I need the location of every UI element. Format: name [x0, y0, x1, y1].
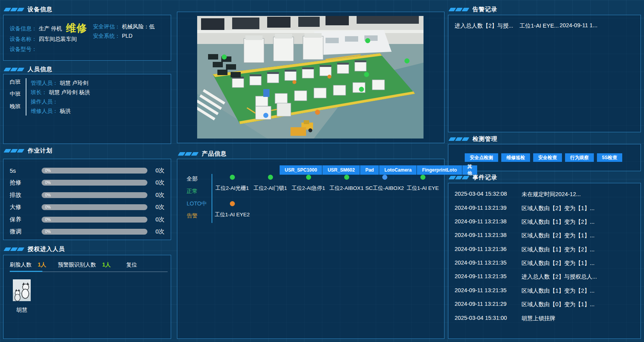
event-time: 2024-09-11 13:21:29 — [455, 301, 507, 307]
wp-progress-bar: 0% — [42, 229, 147, 235]
event-time: 2024-09-11 13:21:35 — [455, 273, 507, 279]
factory-3d-view[interactable] — [197, 16, 424, 139]
section-dashes-icon — [5, 149, 23, 153]
tab-eye-count[interactable]: 预警眼识别人数 — [58, 261, 96, 268]
product-info-header: 产品信息 — [179, 149, 227, 158]
safety-eval-value: 机械风险：低 — [122, 23, 154, 30]
device-item[interactable]: 工位1-AI EYE2 — [213, 201, 251, 218]
wp-count: 0次 — [147, 179, 164, 186]
inspection-title: 检测管理 — [472, 135, 497, 143]
device-name: 工位2-AI门锁1 — [254, 185, 287, 192]
device-list-row1: 工位2-AI光栅1 工位2-AI门锁1 工位2-AI急停1 工位2-AIBOX1… — [213, 175, 442, 192]
wp-percent: 0% — [45, 193, 51, 197]
reset-button[interactable]: 复位 — [126, 261, 137, 268]
device-info-header: 设备信息 — [5, 5, 52, 14]
wp-percent: 0% — [45, 230, 51, 234]
device-info-panel: 设备信息： 生产 停机 维修 设备名称： 四车间总装车间 设备型号： 安全评估：… — [3, 15, 171, 61]
inspection-button-safety-point[interactable]: 安全点检测 — [465, 153, 498, 162]
personnel-title: 人员信息 — [28, 66, 52, 73]
device-name: 工位2-AI光栅1 — [215, 185, 249, 192]
device-item[interactable]: SC工位-AIBOX2 — [366, 175, 404, 192]
event-message: 区域人数由【1】变为【2】... — [522, 218, 595, 226]
active-tab-indicator — [10, 271, 42, 272]
source-button-usr-sm602[interactable]: USR_SM602 — [322, 165, 360, 175]
operator-row: 操作人员： — [31, 98, 58, 105]
authorized-header: 授权进入人员 — [5, 245, 65, 253]
work-plan-row: 大修 0% 0次 — [10, 203, 164, 210]
device-status-dot — [230, 175, 235, 180]
event-time: 2024-09-11 13:21:38 — [455, 218, 507, 224]
source-button-usr-spc1000[interactable]: USR_SPC1000 — [280, 165, 322, 175]
wp-progress-bar: 0% — [42, 192, 147, 198]
section-dashes-icon — [5, 68, 23, 71]
shift-tab-night[interactable]: 晚班 — [10, 103, 21, 110]
work-plan-row: 排故 0% 0次 — [10, 191, 164, 198]
inspection-button-behavior-observation[interactable]: 行为观察 — [565, 153, 594, 162]
status-marker-green[interactable] — [364, 72, 369, 77]
wp-progress-bar: 0% — [42, 204, 147, 210]
device-item[interactable]: 工位1-AI EYE — [404, 175, 442, 192]
wp-label: 保养 — [10, 216, 42, 223]
inspection-button-maintenance-patrol[interactable]: 维修巡检 — [501, 153, 530, 162]
shift-tab-day[interactable]: 白班 — [10, 79, 21, 86]
wp-percent: 0% — [45, 181, 51, 185]
shift-tab-middle[interactable]: 中班 — [10, 91, 21, 98]
device-status-row: 设备信息： 生产 停机 维修 — [10, 21, 87, 35]
work-plan-panel: 5s 0% 0次 抢修 0% 0次 排故 0% 0次 大修 0% 0次 保养 0… — [3, 159, 171, 240]
shift-divider — [26, 78, 26, 116]
source-button-fingerprintloto[interactable]: FingerprintLoto — [417, 165, 462, 175]
inspection-button-5s-check[interactable]: 5S检查 — [597, 153, 622, 162]
event-time: 2024-09-11 13:21:39 — [455, 205, 507, 211]
device-status-dot — [382, 175, 387, 180]
section-dashes-icon — [179, 152, 198, 156]
events-title: 事件记录 — [472, 174, 497, 181]
alarm-row[interactable]: 进入总人数【2】与授... 工位1-AI EYE... 2024-09-11 1… — [448, 22, 640, 32]
device-name-label: 设备名称： — [10, 36, 37, 42]
work-plan-row: 抢修 0% 0次 — [10, 179, 164, 186]
inspection-button-safety-check[interactable]: 安全检查 — [533, 153, 562, 162]
device-item[interactable]: 工位2-AI光栅1 — [213, 175, 251, 192]
wp-count: 0次 — [147, 191, 164, 199]
tab-face-count[interactable]: 刷脸人数 — [10, 261, 32, 268]
device-item[interactable]: 工位2-AIBOX1 — [327, 175, 366, 192]
foreman-value: 胡慧 卢玲剑 杨洪 — [49, 89, 90, 95]
device-name: 工位1-AI EYE2 — [215, 211, 250, 218]
device-name: 工位2-AIBOX1 — [329, 185, 364, 192]
event-message: 区域人数由【1】变为【2】... — [522, 287, 595, 295]
face-count-badge: 1人 — [38, 261, 46, 268]
source-button-lotocamera[interactable]: LotoCamera — [379, 165, 416, 175]
device-model-label: 设备型号： — [10, 46, 37, 52]
events-panel: 2025-03-04 15:32:08未在规定时间2024-12... 2024… — [448, 183, 641, 339]
event-time: 2024-09-11 13:21:36 — [455, 246, 507, 252]
status-marker-blue[interactable] — [263, 113, 268, 118]
wp-label: 大修 — [10, 203, 42, 211]
maintainer-value: 杨洪 — [60, 108, 70, 114]
alarm-time: 2024-09-11 1... — [560, 22, 597, 28]
manager-row: 管理人员： 胡慧 卢玲剑 — [31, 79, 88, 87]
wp-count: 0次 — [147, 203, 164, 211]
device-item[interactable]: 工位2-AI急停1 — [289, 175, 327, 192]
status-marker-green[interactable] — [222, 54, 227, 60]
source-button-pad[interactable]: Pad — [360, 165, 379, 175]
status-marker-green[interactable] — [365, 38, 370, 43]
alarm-device: 工位1-AI EYE... — [520, 22, 559, 30]
personnel-header: 人员信息 — [5, 65, 52, 74]
wp-progress-bar: 0% — [42, 180, 147, 186]
section-dashes-icon — [5, 247, 23, 251]
filter-normal[interactable]: 正常 — [187, 188, 198, 195]
device-info-title: 设备信息 — [28, 6, 52, 13]
wp-count: 0次 — [147, 216, 164, 223]
device-info-label: 设备信息： — [10, 25, 37, 32]
status-marker-green[interactable] — [359, 87, 364, 92]
filter-alarm[interactable]: 告警 — [187, 212, 198, 219]
filter-all[interactable]: 全部 — [187, 175, 198, 182]
status-marker-orange[interactable] — [315, 110, 320, 115]
safety-eval-label: 安全评估： — [93, 23, 120, 30]
person-photo[interactable] — [13, 279, 31, 301]
device-name-value: 四车间总装车间 — [38, 36, 77, 42]
work-plan-row: 保养 0% 0次 — [10, 216, 164, 223]
source-button-other[interactable]: 其他 — [462, 165, 477, 175]
filter-loto[interactable]: LOTO中 — [187, 200, 207, 207]
device-item[interactable]: 工位2-AI门锁1 — [251, 175, 289, 192]
status-marker-green[interactable] — [404, 58, 410, 63]
